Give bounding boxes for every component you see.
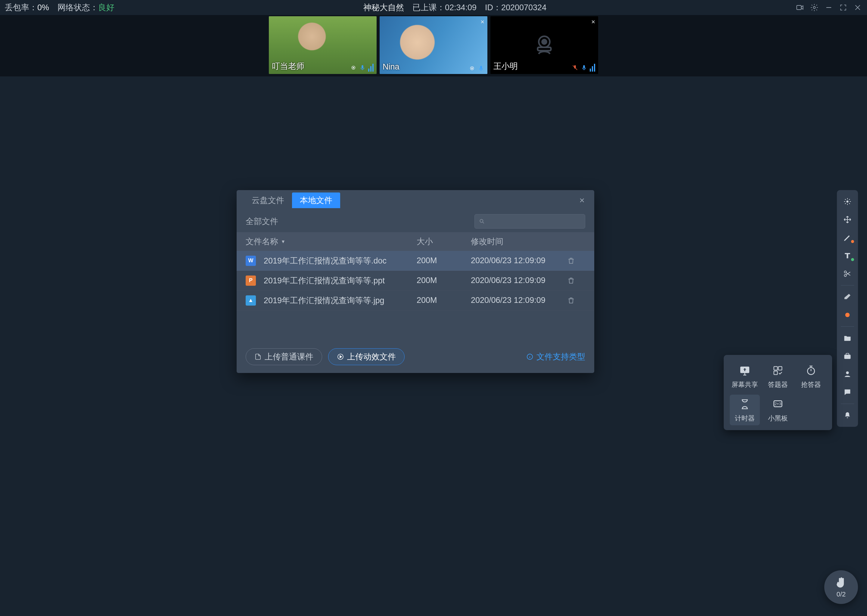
dialog-close-icon[interactable]: × — [577, 193, 587, 208]
svg-rect-7 — [361, 65, 363, 69]
tool-responder[interactable]: 抢答器 — [796, 361, 826, 391]
chat-tool[interactable] — [839, 384, 856, 401]
svg-point-26 — [845, 313, 850, 317]
upload-animated-button[interactable]: 上传动效文件 — [328, 348, 405, 365]
tile-close-icon[interactable]: × — [591, 18, 595, 26]
eraser-tool[interactable] — [839, 288, 856, 305]
svg-point-6 — [353, 67, 354, 68]
laser-tool[interactable] — [839, 193, 856, 210]
svg-point-25 — [845, 274, 847, 277]
col-filename[interactable]: 文件名称 ▾ — [246, 236, 417, 247]
tile-close-icon[interactable]: × — [481, 18, 484, 26]
doc-icon: W — [246, 256, 256, 266]
svg-rect-31 — [779, 367, 782, 370]
svg-point-17 — [480, 219, 483, 222]
table-row[interactable]: W2019年工作汇报情况查询等等.doc 200M 2020/06/23 12:… — [236, 251, 594, 271]
tool-small-board[interactable]: 2+3 小黑板 — [763, 394, 793, 425]
search-icon — [479, 218, 485, 225]
user-tool[interactable] — [839, 366, 856, 383]
search-input[interactable] — [488, 217, 581, 226]
ppt-icon: P — [246, 275, 256, 286]
network-status: 网络状态：良好 — [57, 2, 114, 13]
svg-rect-32 — [774, 371, 777, 375]
video-strip: 叮当老师 × Nina × 王小明 — [0, 15, 867, 76]
tool-screen-share[interactable]: 屏幕共享 — [730, 361, 760, 391]
table-header: 文件名称 ▾ 大小 修改时间 — [236, 232, 594, 251]
tool-timer[interactable]: 计时器 — [730, 394, 760, 425]
participant-name: Nina — [383, 62, 399, 72]
tab-local-files[interactable]: 本地文件 — [292, 193, 340, 208]
search-input-wrap[interactable] — [474, 214, 585, 229]
packet-loss: 丢包率：0% — [5, 2, 49, 13]
scissors-tool[interactable] — [839, 265, 856, 282]
bell-tool[interactable] — [839, 407, 856, 424]
table-row[interactable]: ▲2019年工作汇报情况查询等等.jpg 200M 2020/06/23 12:… — [236, 291, 594, 310]
participant-tile[interactable]: × 王小明 — [490, 16, 598, 74]
svg-point-12 — [542, 40, 547, 44]
hand-icon — [834, 576, 848, 589]
top-status-bar: 丢包率：0% 网络状态：良好 神秘大自然 已上课：02:34:09 ID：202… — [0, 0, 867, 15]
col-size[interactable]: 大小 — [417, 236, 471, 247]
svg-rect-13 — [538, 47, 551, 50]
mic-muted-icon — [572, 64, 578, 71]
toolbox-popup: 屏幕共享 答题器 抢答器 计时器 2+3 小黑板 — [724, 355, 832, 430]
breadcrumb[interactable]: 全部文件 — [246, 216, 278, 227]
move-tool[interactable] — [839, 211, 856, 228]
pen-tool[interactable] — [839, 229, 856, 246]
raise-hand-count: 0/2 — [837, 591, 846, 598]
file-dialog: 云盘文件 本地文件 × 全部文件 文件名称 ▾ 大小 修改时间 W2019年工作… — [236, 190, 594, 373]
table-row[interactable]: P2019年工作汇报情况查询等等.ppt 200M 2020/06/23 12:… — [236, 271, 594, 291]
svg-point-28 — [846, 371, 849, 374]
delete-icon[interactable] — [567, 257, 585, 265]
supported-types-link[interactable]: 文件支持类型 — [526, 351, 585, 362]
svg-point-33 — [807, 368, 814, 374]
image-icon: ▲ — [246, 295, 256, 306]
color-tool[interactable] — [839, 306, 856, 323]
folder-tool[interactable] — [839, 330, 856, 347]
participant-tile[interactable]: 叮当老师 — [269, 16, 377, 74]
svg-rect-27 — [845, 355, 851, 359]
svg-point-9 — [471, 68, 473, 69]
text-tool[interactable] — [839, 247, 856, 264]
svg-point-23 — [847, 201, 848, 203]
tool-answer-card[interactable]: 答题器 — [763, 361, 793, 391]
sort-caret-icon: ▾ — [282, 238, 284, 245]
delete-icon[interactable] — [567, 297, 585, 304]
minimize-icon[interactable] — [824, 3, 833, 12]
fullscreen-icon[interactable] — [839, 3, 848, 12]
svg-rect-30 — [774, 367, 777, 370]
svg-rect-10 — [480, 66, 482, 69]
svg-point-24 — [845, 271, 847, 273]
delete-icon[interactable] — [567, 277, 585, 284]
participant-name: 王小明 — [493, 61, 518, 72]
col-time[interactable]: 修改时间 — [471, 236, 567, 247]
svg-text:2+3: 2+3 — [775, 402, 782, 406]
settings-icon[interactable] — [810, 3, 819, 12]
session-id: ID：2020070324 — [485, 2, 546, 13]
elapsed-time: 已上课：02:34:09 — [412, 2, 476, 13]
raise-hand-button[interactable]: 0/2 — [824, 570, 858, 604]
close-window-icon[interactable] — [853, 3, 862, 12]
class-title: 神秘大自然 — [363, 2, 404, 13]
tab-cloud-files[interactable]: 云盘文件 — [244, 193, 292, 208]
record-icon[interactable] — [795, 3, 804, 12]
svg-point-1 — [813, 6, 815, 9]
svg-rect-0 — [797, 5, 801, 9]
svg-line-18 — [483, 222, 484, 223]
svg-rect-16 — [583, 65, 585, 69]
toolbox-tool[interactable] — [839, 348, 856, 365]
volume-indicator — [368, 64, 374, 72]
volume-indicator — [590, 64, 595, 72]
participant-tile[interactable]: × Nina — [380, 16, 487, 74]
right-toolbar — [837, 190, 858, 427]
upload-normal-button[interactable]: 上传普通课件 — [246, 348, 322, 365]
participant-name: 叮当老师 — [272, 61, 304, 72]
